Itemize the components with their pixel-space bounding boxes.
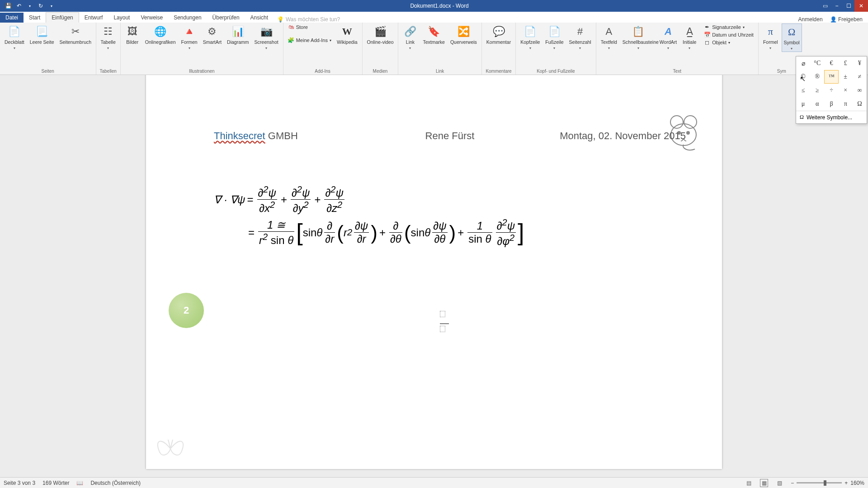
wordart-button[interactable]: AWordArt▾ [658,23,679,51]
shapes-button[interactable]: 🔺Formen▾ [179,23,199,51]
tab-references[interactable]: Verweise [135,13,168,23]
status-proofing-icon[interactable]: 📖 [76,480,83,486]
butterfly-watermark-icon [152,433,189,465]
page-number-button[interactable]: #Seitenzahl▾ [567,23,593,51]
maximize-button[interactable]: ☐ [843,0,854,12]
tab-mailings[interactable]: Sendungen [168,13,207,23]
symbol-cell[interactable]: © [796,70,810,84]
chart-button[interactable]: 📊Diagramm [225,23,250,46]
symbol-grid: ⌀°C€£¥©®™±≠≤≥÷×∞μαβπΩ [796,56,867,111]
read-mode-button[interactable]: ▤ [745,479,753,487]
undo-button[interactable]: ↶ [14,3,24,9]
symbol-button[interactable]: ΩSymbol▾ [782,23,802,52]
equation-block[interactable]: ∇ · ∇ψ = ∂2ψ∂x2 + ∂2ψ∂y2 + ∂2ψ∂z2 = 1 ≅r… [214,184,503,248]
header-button[interactable]: 📄Kopfzeile▾ [519,23,542,51]
page-break-button[interactable]: ✂Seitenumbruch [58,23,93,46]
status-page[interactable]: Seite 3 von 3 [4,480,35,486]
more-symbols-button[interactable]: Ω Weitere Symbole... [796,111,867,123]
symbol-cell[interactable]: € [824,56,838,70]
store-button[interactable]: 🛍Store [286,23,333,31]
symbol-cell[interactable]: β [824,97,838,111]
qat-dropdown[interactable]: ▾ [25,4,34,8]
symbol-cell[interactable]: μ [796,97,810,111]
status-words[interactable]: 169 Wörter [42,480,69,486]
footer-button[interactable]: 📄Fußzeile▾ [543,23,565,51]
symbol-cell[interactable]: ® [810,70,824,84]
pictures-button[interactable]: 🖼Bilder [123,23,142,46]
online-pictures-button[interactable]: 🌐Onlinegrafiken [143,23,178,46]
zoom-percent[interactable]: 160% [850,480,864,486]
web-layout-button[interactable]: ▧ [775,479,783,487]
smartart-button[interactable]: ⚙SmartArt [201,23,223,46]
omega-icon: Ω [800,114,804,121]
zoom-slider[interactable] [797,482,842,483]
tab-review[interactable]: Überprüfen [207,13,245,23]
zoom-out-button[interactable]: − [791,480,794,486]
link-button[interactable]: 🔗Link▾ [401,23,419,51]
tab-layout[interactable]: Layout [108,13,135,23]
table-button[interactable]: ☷Tabelle▾ [99,23,118,51]
quickparts-button[interactable]: 📋Schnellbausteine▾ [621,23,656,51]
window-controls: ▭ − ☐ ✕ [819,0,868,12]
tab-design[interactable]: Entwurf [79,13,108,23]
textbox-button[interactable]: ATextfeld▾ [599,23,619,51]
tell-me-search[interactable]: 💡 Was möchten Sie tun? [274,16,344,23]
date-time-button[interactable]: 📅Datum und Uhrzeit [702,31,755,38]
placeholder-box[interactable] [440,326,445,332]
symbol-cell[interactable]: £ [839,56,853,70]
window-title: Dokument1.docx - Word [60,3,819,9]
symbol-cell[interactable]: α [810,97,824,111]
tab-insert[interactable]: Einfügen [46,12,79,23]
symbol-cell[interactable]: π [839,97,853,111]
save-button[interactable]: 💾 [4,3,13,9]
cover-page-button[interactable]: 📄Deckblatt▾ [3,23,26,51]
document-area[interactable]: Thinksecret GMBH Rene Fürst Montag, 02. … [0,75,868,477]
ribbon-tabs: Datei Start Einfügen Entwurf Layout Verw… [0,12,868,23]
my-addins-button[interactable]: 🧩Meine Add-Ins ▾ [286,37,333,44]
blank-page-button[interactable]: 📃Leere Seite [28,23,56,46]
object-button[interactable]: ◻Objekt ▾ [702,39,755,46]
symbol-cell[interactable]: ∞ [853,84,867,97]
redo-button[interactable]: ↻ [36,3,45,9]
symbol-cell[interactable]: × [839,84,853,97]
symbol-cell[interactable]: ⌀ [796,56,810,70]
header-date: Montag, 02. November 2015 [474,130,695,142]
symbol-cell[interactable]: ≠ [853,70,867,84]
bookmark-button[interactable]: 🔖Textmarke [421,23,446,46]
symbol-cell[interactable]: ≤ [796,84,810,97]
placeholder-box[interactable] [440,311,445,317]
tab-view[interactable]: Ansicht [245,13,274,23]
group-addins: 🛍Store 🧩Meine Add-Ins ▾ WWikipedia Add-I… [283,23,363,75]
wikipedia-button[interactable]: WWikipedia [335,23,359,46]
tab-start[interactable]: Start [24,13,46,23]
symbol-cell[interactable]: ≥ [810,84,824,97]
qat-customize[interactable]: ▾ [47,4,56,8]
symbol-cell[interactable]: ¥ [853,56,867,70]
symbol-cell[interactable]: Ω [853,97,867,111]
minimize-button[interactable]: − [831,0,843,12]
screenshot-button[interactable]: 📷Screenshot▾ [253,23,280,51]
symbol-cell[interactable]: ± [839,70,853,84]
signature-line-button[interactable]: ✒Signaturzeile ▾ [702,23,755,31]
equation-button[interactable]: πFormel▾ [761,23,780,51]
symbol-dropdown-panel: ⌀°C€£¥©®™±≠≤≥÷×∞μαβπΩ Ω Weitere Symbole.… [796,56,867,124]
tab-file[interactable]: Datei [0,13,24,23]
dropcap-button[interactable]: A̲Initiale▾ [680,23,698,51]
print-layout-button[interactable]: ▦ [760,479,768,487]
cross-reference-button[interactable]: 🔀Querverweis [448,23,479,46]
group-label: Seiten [42,69,54,75]
close-button[interactable]: ✕ [854,0,868,12]
lightbulb-icon: 💡 [277,16,284,23]
symbol-cell[interactable]: ™ [824,70,838,84]
zoom-in-button[interactable]: + [844,480,848,486]
ribbon-options-button[interactable]: ▭ [819,0,831,12]
group-label: Sym [777,69,786,75]
status-language[interactable]: Deutsch (Österreich) [90,480,141,486]
symbol-cell[interactable]: ÷ [824,84,838,97]
online-video-button[interactable]: 🎬Online-video [365,23,396,46]
symbol-cell[interactable]: °C [810,56,824,70]
equation-placeholders[interactable] [440,311,449,332]
comment-button[interactable]: 💬Kommentar [485,23,513,46]
share-button[interactable]: 👤 Freigeben [830,16,863,23]
signin-link[interactable]: Anmelden [798,16,823,23]
